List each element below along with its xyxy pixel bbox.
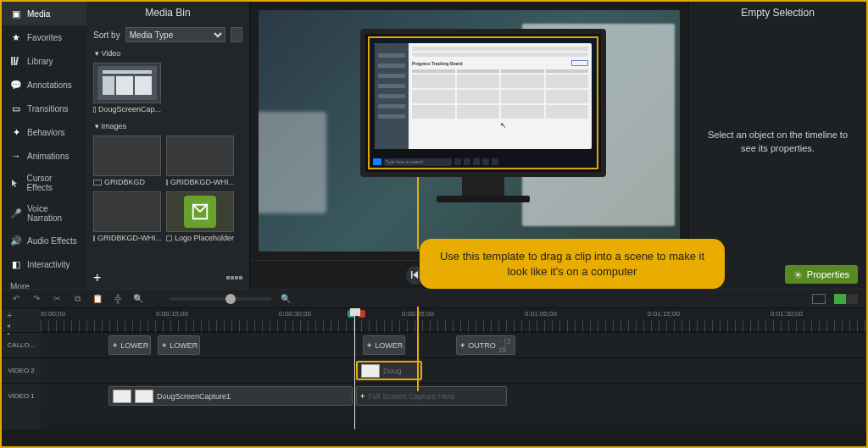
tool-cursor-effects[interactable]: Cursor Effects xyxy=(2,168,86,198)
view-grid-button[interactable] xyxy=(226,276,242,279)
redo-button[interactable]: ↷ xyxy=(31,293,42,305)
tool-label: Transitions xyxy=(27,104,69,113)
ruler-tick: 0:01:30;00 xyxy=(771,310,803,318)
tool-label: Voice Narration xyxy=(27,204,78,223)
bin-item-image[interactable]: Logo Placeholder xyxy=(166,191,234,242)
bin-item-video[interactable]: DougScreenCap... xyxy=(93,63,161,113)
tool-media[interactable]: ▣ Media xyxy=(2,2,86,25)
clip-placeholder[interactable]: +Full Screen Capture Here xyxy=(356,386,507,406)
bin-caption: GRIDBKGD-WHI... xyxy=(170,178,234,186)
zoom-in-button[interactable]: 🔍 xyxy=(280,293,292,305)
clip-video1[interactable]: DougScreenCapture1 xyxy=(108,386,353,406)
tool-favorites[interactable]: ★ Favorites xyxy=(2,25,86,49)
tool-interactivity[interactable]: ◧ Interactivity xyxy=(2,252,86,276)
image-type-icon xyxy=(166,180,168,185)
tool-animations[interactable]: → Animations xyxy=(2,144,86,168)
track-video-2[interactable]: Doug xyxy=(41,357,866,383)
sort-order-button[interactable] xyxy=(231,27,242,42)
clip-lower[interactable]: +LOWER xyxy=(363,335,405,355)
split-button[interactable]: ╬ xyxy=(112,293,124,305)
svg-rect-5 xyxy=(103,76,114,95)
timeline-toolbar: ↶ ↷ ✂ ⧉ 📋 ╬ 🔍 🔍 xyxy=(2,290,866,308)
timeline-panel: ↶ ↷ ✂ ⧉ 📋 ╬ 🔍 🔍 + ◂▾ CALLO... VIDEO 2 VI… xyxy=(2,289,866,429)
track-label[interactable]: VIDEO 2 xyxy=(2,357,41,383)
bin-caption: Logo Placeholder xyxy=(175,234,234,242)
timeline-view-button[interactable] xyxy=(812,294,826,304)
bin-caption: DougScreenCap... xyxy=(98,105,161,113)
image-thumb xyxy=(166,136,234,176)
tool-label: Audio Effects xyxy=(27,236,77,246)
behaviors-icon: ✦ xyxy=(10,126,22,138)
tool-voice-narration[interactable]: 🎤 Voice Narration xyxy=(2,198,86,229)
clip-thumb xyxy=(135,390,153,403)
paste-button[interactable]: 📋 xyxy=(92,293,103,305)
clip-lower[interactable]: +LOWER xyxy=(158,335,200,355)
clip-type-icon xyxy=(93,107,96,113)
image-thumb xyxy=(93,136,161,176)
ruler-tick: 0:00:15;00 xyxy=(156,310,188,318)
sort-select[interactable]: Media Type xyxy=(125,27,225,42)
tool-label: Cursor Effects xyxy=(26,174,78,192)
undo-button[interactable]: ↶ xyxy=(10,293,22,305)
zoom-slider[interactable] xyxy=(170,297,271,301)
cursor-icon xyxy=(10,177,21,189)
logo-thumb xyxy=(166,191,234,232)
svg-rect-2 xyxy=(15,57,19,65)
callout-pointer xyxy=(417,177,419,249)
tool-label: Behaviors xyxy=(27,128,64,137)
cut-button[interactable]: ✂ xyxy=(51,293,63,305)
tool-behaviors[interactable]: ✦ Behaviors xyxy=(2,120,86,144)
browser-title: Progress Tracking Board xyxy=(412,61,462,66)
magnet-toggle[interactable] xyxy=(834,294,858,304)
track-label[interactable]: CALLO... xyxy=(2,332,41,357)
clip-outro[interactable]: +OUTRO - (3 cli xyxy=(456,335,515,355)
track-callouts[interactable]: +LOWER +LOWER +LOWER +OUTRO - (3 cli xyxy=(41,332,866,357)
zoom-out-button[interactable]: 🔍 xyxy=(132,293,144,305)
tracks-area[interactable]: 0:00:00;00 0:00:15;00 0:00:30;00 0:00:45… xyxy=(41,308,866,429)
media-icon: ▣ xyxy=(10,8,22,19)
bg-object xyxy=(259,112,326,213)
track-labels: + ◂▾ CALLO... VIDEO 2 VIDEO 1 xyxy=(2,308,41,429)
image-type-icon xyxy=(93,235,95,241)
add-media-button[interactable]: + xyxy=(93,270,101,285)
library-icon xyxy=(10,55,22,67)
sort-label: Sort by xyxy=(93,30,120,40)
speaker-icon: 🔊 xyxy=(10,235,22,246)
tool-label: Animations xyxy=(27,152,69,161)
track-video-1[interactable]: DougScreenCapture1 +Full Screen Capture … xyxy=(41,383,866,408)
clip-selected[interactable]: Doug xyxy=(356,361,422,380)
svg-rect-4 xyxy=(103,70,152,74)
bin-item-image[interactable]: GRIDBKGD-WHI... xyxy=(93,191,161,242)
preview-canvas[interactable]: Progress Tracking Board ↖ xyxy=(250,2,688,260)
zoom-knob[interactable] xyxy=(225,294,236,304)
time-ruler[interactable]: 0:00:00;00 0:00:15;00 0:00:30;00 0:00:45… xyxy=(41,308,866,332)
bin-item-image[interactable]: GRIDBKGD xyxy=(93,136,161,186)
svg-rect-7 xyxy=(135,76,152,95)
interactivity-icon: ◧ xyxy=(10,258,22,270)
animations-icon: → xyxy=(10,150,22,162)
timeline-body: + ◂▾ CALLO... VIDEO 2 VIDEO 1 0:00:00;00… xyxy=(2,308,866,429)
copy-button[interactable]: ⧉ xyxy=(71,293,83,305)
taskbar-search: Type here to search xyxy=(384,158,452,166)
playhead[interactable]: 00:00:40;24 xyxy=(354,308,355,429)
properties-title: Empty Selection xyxy=(689,2,866,24)
tool-transitions[interactable]: ▭ Transitions xyxy=(2,97,86,120)
clip-lower[interactable]: +LOWER xyxy=(108,335,151,355)
svg-rect-1 xyxy=(14,57,15,65)
browser-window: Progress Tracking Board ↖ xyxy=(375,43,592,149)
bin-item-image[interactable]: GRIDBKGD-WHI... xyxy=(166,136,234,186)
app-root: ▣ Media ★ Favorites Library 💬 Annotation… xyxy=(2,2,866,446)
sort-row: Sort by Media Type xyxy=(86,24,249,44)
track-label[interactable]: VIDEO 1 xyxy=(2,383,41,408)
screen-drop-zone[interactable]: Progress Tracking Board ↖ xyxy=(368,36,598,169)
tool-label: Annotations xyxy=(27,80,72,90)
transitions-icon: ▭ xyxy=(10,102,22,114)
add-track-button[interactable]: + xyxy=(2,308,41,322)
tool-audio-effects[interactable]: 🔊 Audio Effects xyxy=(2,229,86,252)
tool-library[interactable]: Library xyxy=(2,49,86,73)
browser-logo xyxy=(571,60,588,66)
properties-button[interactable]: Properties xyxy=(785,265,858,284)
tool-label: Library xyxy=(27,57,53,66)
tool-annotations[interactable]: 💬 Annotations xyxy=(2,73,86,97)
top-area: ▣ Media ★ Favorites Library 💬 Annotation… xyxy=(2,2,866,289)
